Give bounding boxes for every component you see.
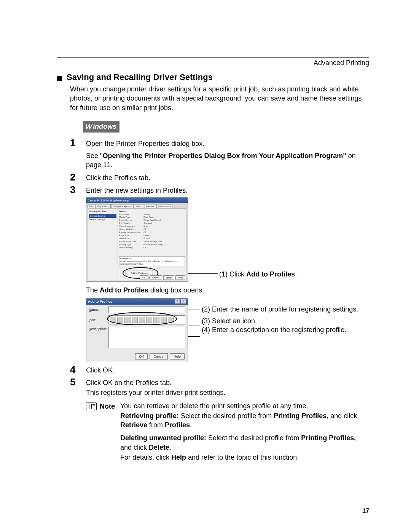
dialog-button-row: OK Cancel Apply Help (140, 275, 185, 280)
tab-maintenance[interactable]: Maintenance (156, 204, 172, 208)
list-item[interactable]: Default Settings (89, 218, 116, 221)
callout-3: (3) Select an icon. (202, 317, 358, 326)
page-number: 17 (362, 508, 369, 514)
note-label: Note (100, 401, 120, 466)
step-number: 1 (70, 138, 86, 170)
icon-option[interactable] (124, 317, 131, 323)
note-block: Note You can retrieve or delete the prin… (86, 401, 369, 466)
help-icon[interactable]: ? (175, 299, 180, 304)
icon-option[interactable] (110, 317, 116, 323)
note-line-3: Deleting unwanted profile: Select the de… (120, 433, 369, 452)
name-label: Name: (89, 307, 108, 312)
profiles-list: Printing Profiles: Current Settings Defa… (88, 209, 118, 280)
close-icon[interactable]: × (181, 299, 186, 304)
tab-effects[interactable]: Effects (134, 204, 144, 208)
intro-paragraph: When you change printer driver settings … (70, 85, 369, 112)
help-button[interactable]: Help (170, 353, 185, 359)
step-4-lead: Click OK. (86, 366, 369, 375)
cancel-button[interactable]: Cancel (150, 275, 162, 280)
step-1: 1 Open the Printer Properties dialog box… (70, 138, 369, 170)
windows-w-icon: W (84, 121, 92, 132)
windows-badge: Windows (83, 121, 119, 133)
list-item[interactable]: Current Settings (89, 214, 116, 218)
cancel-button[interactable]: Cancel (150, 353, 168, 359)
help-button[interactable]: Help (175, 275, 185, 280)
ok-button[interactable]: OK (140, 275, 148, 280)
param-col: ParameterMedia TypePaper SourcePrint Qua… (119, 213, 140, 249)
add-to-profiles-dialog: Add to Profiles ? × Name: Icon: (86, 298, 188, 362)
step-3-lead: Enter the new settings in Profiles. (86, 186, 369, 195)
section-title: Saving and Recalling Driver Settings (67, 72, 213, 82)
icon-option[interactable] (161, 317, 167, 323)
tab-profiles[interactable]: Profiles (145, 204, 156, 208)
profile-name-input[interactable] (108, 306, 185, 313)
description-label: Description: (89, 327, 108, 331)
step-5-sub: This registers your printer driver print… (86, 388, 369, 397)
profile-icon-picker[interactable] (108, 315, 185, 324)
step-1-lead: Open the Printer Properties dialog box. (86, 139, 369, 148)
step-2-lead: Click the Profiles tab. (86, 173, 369, 182)
icon-option[interactable] (146, 317, 152, 323)
printing-preferences-dialog: Canon iP4300 Printing Preferences Main P… (86, 197, 188, 282)
dialog-tabs: Main Page Setup Stamp/Background Effects… (86, 203, 188, 208)
after-shot1-text: The Add to Profiles dialog box opens. (86, 286, 369, 295)
dialog-titlebar: Canon iP4300 Printing Preferences (86, 198, 188, 203)
icon-label: Icon: (89, 318, 108, 322)
windows-badge-text: indows (93, 123, 116, 131)
icon-option[interactable] (132, 317, 138, 323)
note-body: You can retrieve or delete the print set… (120, 401, 369, 466)
note-book-icon (86, 403, 97, 410)
leader-line (188, 326, 200, 326)
manual-page: Advanced Printing Saving and Recalling D… (0, 0, 411, 532)
icon-option[interactable] (153, 317, 159, 323)
callouts-column: (2) Enter the name of profile for regist… (202, 305, 358, 335)
icon-option[interactable] (117, 317, 123, 323)
tab-page-setup[interactable]: Page Setup (96, 204, 111, 208)
step-2: 2 Click the Profiles tab. (70, 172, 369, 182)
step-4: 4 Click OK. (70, 364, 369, 375)
step-number: 5 (70, 377, 86, 466)
step-number: 2 (70, 172, 86, 182)
callout-2: (2) Enter the name of profile for regist… (202, 305, 358, 314)
profile-details: Details: ParameterMedia TypePaper Source… (118, 209, 186, 280)
leader-line (188, 336, 200, 337)
leader-line (188, 273, 218, 274)
ok-button[interactable]: OK (135, 353, 148, 359)
callout-4: (4) Enter a description on the registeri… (202, 326, 358, 334)
screenshot-add-to-profiles-row: Add to Profiles ? × Name: Icon: (86, 298, 369, 362)
step-number: 3 (70, 185, 86, 362)
step-1-sub: See "Opening the Printer Properties Dial… (86, 151, 369, 170)
section-heading-row: Saving and Recalling Driver Settings (57, 72, 369, 82)
note-line-1: You can retrieve or delete the print set… (120, 401, 369, 411)
screenshot-profiles-tab: Canon iP4300 Printing Preferences Main P… (86, 197, 188, 282)
tab-main[interactable]: Main (88, 204, 96, 208)
icon-option[interactable] (168, 317, 174, 323)
description-box: Description: Current settings displayed.… (119, 256, 185, 267)
value-col: SettingPlain PaperPaper Feed SwitchStand… (143, 213, 162, 249)
chapter-title: Advanced Printing (57, 59, 369, 67)
step-number: 4 (70, 364, 86, 375)
leader-line (188, 310, 200, 310)
apply-button[interactable]: Apply (163, 275, 174, 280)
step-5: 5 Click OK on the Profiles tab. This reg… (70, 377, 369, 466)
icon-option[interactable] (139, 317, 145, 323)
tab-stamp[interactable]: Stamp/Background (111, 204, 134, 208)
step-3: 3 Enter the new settings in Profiles. Ca… (70, 185, 369, 362)
note-line-4: For details, click Help and refer to the… (120, 453, 369, 462)
note-line-2: Retrieving profile: Select the desired p… (120, 411, 369, 430)
dialog-titlebar: Add to Profiles ? × (86, 299, 188, 305)
bullet-square-icon (57, 76, 62, 81)
step-5-lead: Click OK on the Profiles tab. (86, 378, 369, 387)
top-rule (57, 57, 369, 58)
callout-1: (1) Click Add to Profiles. (219, 270, 297, 279)
profile-description-input[interactable] (108, 327, 185, 348)
